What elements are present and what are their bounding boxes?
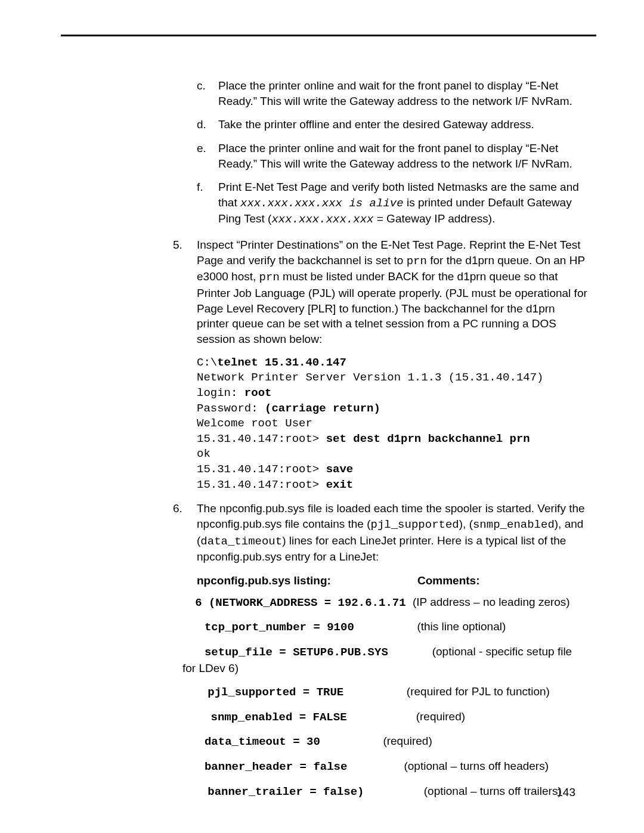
t: Welcome root User	[197, 417, 312, 430]
text: Take the printer offline and enter the d…	[218, 117, 534, 132]
gap	[364, 785, 423, 797]
comment: (required for PJL to function)	[407, 685, 550, 698]
key: setup_file = SETUP6.PUB.SYS	[205, 646, 388, 659]
cfg-snmp-enabled: snmp_enabled = FALSE (required)	[182, 709, 587, 726]
cfg-banner-trailer: banner_trailer = false) (optional – turn…	[182, 784, 587, 800]
marker: f.	[197, 179, 218, 228]
listing-header: npconfig.pub.sys listing: Comments:	[197, 573, 587, 589]
col-left: npconfig.pub.sys listing:	[197, 573, 417, 589]
cmd: set dest d1prn backchannel prn	[326, 432, 530, 445]
code: xxx.xxx.xxx.xxx is alive	[240, 197, 404, 210]
list-item: 6. The npconfig.pub.sys file is loaded e…	[173, 501, 587, 565]
pad	[182, 709, 211, 724]
substeps-list: c. Place the printer online and wait for…	[197, 78, 587, 228]
step-6: 6. The npconfig.pub.sys file is loaded e…	[173, 501, 587, 565]
t: 15.31.40.147:root>	[197, 463, 326, 476]
t: ), (	[459, 518, 473, 530]
comment: (this line optional)	[417, 620, 506, 633]
gap	[347, 760, 404, 772]
text: Inspect “Printer Destinations” on the E-…	[197, 237, 587, 346]
code: pjl_supported	[371, 518, 459, 531]
comment: (required)	[383, 735, 432, 747]
page-number: 143	[556, 785, 575, 800]
substep-c: c. Place the printer online and wait for…	[197, 78, 587, 109]
pad	[182, 644, 205, 659]
code: snmp_enabled	[473, 518, 555, 531]
cfg-data-timeout: data_timeout = 30 (required)	[182, 733, 587, 750]
t: C:\	[197, 356, 217, 369]
substep-d: d. Take the printer offline and enter th…	[197, 117, 587, 132]
t: 15.31.40.147:root>	[197, 478, 326, 491]
code: xxx.xxx.xxx.xxx	[271, 213, 373, 226]
cfg-pjl-supported: pjl_supported = TRUE (required for PJL t…	[182, 684, 587, 701]
t: 15.31.40.147:root>	[197, 432, 326, 445]
cfg-banner-header: banner_header = false (optional – turns …	[182, 758, 587, 775]
text: Place the printer online and wait for th…	[218, 78, 587, 109]
pad	[182, 784, 208, 799]
pad	[182, 733, 205, 749]
gap	[354, 620, 417, 633]
gap	[320, 735, 383, 747]
code: prn	[259, 271, 280, 284]
text: Place the printer online and wait for th…	[218, 141, 587, 171]
key: 6 (NETWORK_ADDRESS = 192.6.1.71	[195, 596, 413, 609]
pad	[182, 758, 205, 774]
comment: (optional – turns off headers)	[404, 760, 549, 772]
cmd: root	[244, 386, 272, 400]
pad	[182, 619, 205, 634]
comment: (IP address – no leading zeros)	[413, 596, 570, 608]
pad	[182, 684, 208, 699]
cmd: telnet 15.31.40.147	[217, 356, 346, 369]
cfg-network-address: 6 (NETWORK_ADDRESS = 192.6.1.71 (IP addr…	[182, 594, 587, 611]
key: tcp_port_number = 9100	[205, 621, 354, 634]
cfg-tcp-port: tcp_port_number = 9100 (this line option…	[182, 619, 587, 636]
page-body: c. Place the printer online and wait for…	[0, 36, 644, 800]
comment: (optional – turns off trailers)	[424, 785, 562, 797]
marker: e.	[197, 141, 218, 171]
substep-f: f. Print E-Net Test Page and verify both…	[197, 179, 587, 228]
code: prn	[407, 255, 427, 268]
t: = Gateway IP address).	[373, 212, 495, 225]
marker: c.	[197, 78, 218, 109]
cmd: save	[326, 463, 354, 476]
t: ok	[197, 447, 210, 460]
t: Password:	[197, 402, 265, 415]
key: data_timeout = 30	[205, 735, 320, 748]
code: data_timeout	[200, 535, 282, 548]
marker: 5.	[173, 237, 197, 346]
gap	[347, 710, 416, 723]
telnet-session: C:\telnet 15.31.40.147 Network Printer S…	[197, 355, 587, 493]
list-item: 5. Inspect “Printer Destinations” on the…	[173, 237, 587, 346]
gap	[388, 645, 432, 658]
col-right: Comments:	[417, 573, 480, 589]
substep-e: e. Place the printer online and wait for…	[197, 141, 587, 171]
pad	[182, 594, 195, 610]
key: banner_header = false	[205, 760, 347, 773]
marker: d.	[197, 117, 218, 132]
comment: (required)	[416, 710, 465, 723]
key: banner_trailer = false)	[208, 785, 364, 798]
step-5: 5. Inspect “Printer Destinations” on the…	[173, 237, 587, 346]
cfg-setup-file: setup_file = SETUP6.PUB.SYS (optional - …	[182, 644, 587, 676]
key: snmp_enabled = FALSE	[211, 711, 347, 724]
key: pjl_supported = TRUE	[208, 686, 343, 699]
cmd: exit	[326, 478, 354, 491]
gap	[343, 685, 407, 698]
t: Network Printer Server Version 1.1.3 (15…	[197, 371, 544, 384]
text: Print E-Net Test Page and verify both li…	[218, 179, 587, 228]
cmd: (carriage return)	[265, 402, 380, 415]
text: The npconfig.pub.sys file is loaded each…	[197, 501, 587, 565]
t: login:	[197, 386, 244, 400]
marker: 6.	[173, 501, 197, 565]
